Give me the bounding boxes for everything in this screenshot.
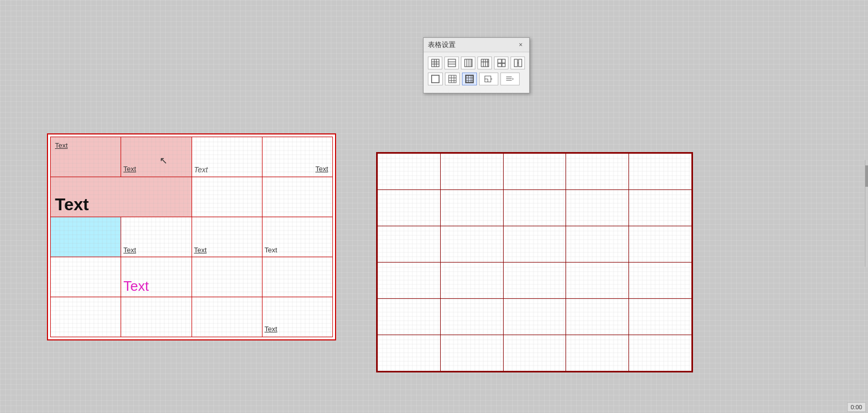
cell-text: Text bbox=[123, 278, 149, 294]
right-table bbox=[377, 153, 692, 371]
table-cell[interactable]: Text bbox=[192, 217, 262, 257]
svg-rect-5 bbox=[448, 59, 456, 67]
align-btn[interactable] bbox=[479, 73, 498, 85]
table-cell[interactable] bbox=[378, 299, 441, 335]
table-cell[interactable] bbox=[192, 177, 262, 217]
table-row bbox=[378, 226, 692, 263]
svg-rect-30 bbox=[466, 75, 473, 83]
dialog-title: 表格设置 bbox=[428, 40, 456, 50]
table-row: Text bbox=[51, 297, 333, 337]
table-cell[interactable] bbox=[503, 335, 566, 371]
svg-rect-0 bbox=[432, 59, 439, 67]
table-cell[interactable]: ↖ Text bbox=[121, 137, 192, 177]
svg-rect-17 bbox=[498, 59, 501, 63]
table-row: Text Text Text bbox=[51, 217, 333, 257]
table-cell[interactable]: Text bbox=[262, 297, 332, 337]
table-cell[interactable] bbox=[378, 335, 441, 371]
grid-style-btn-3[interactable] bbox=[461, 57, 475, 69]
cell-text: Text bbox=[194, 246, 207, 254]
cell-text: Text bbox=[194, 165, 208, 174]
table-cell[interactable] bbox=[629, 190, 692, 226]
table-cell[interactable] bbox=[440, 263, 503, 299]
svg-rect-18 bbox=[502, 59, 505, 63]
grid-style-btn-6[interactable] bbox=[511, 57, 525, 69]
grid-style-btn-1[interactable] bbox=[428, 57, 442, 69]
table-cell[interactable]: Text bbox=[121, 257, 192, 297]
cell-text: Text bbox=[55, 141, 68, 149]
dialog-close-button[interactable]: × bbox=[516, 41, 525, 49]
table-cell[interactable] bbox=[378, 154, 441, 190]
table-cell[interactable] bbox=[629, 226, 692, 263]
table-cell[interactable] bbox=[378, 226, 441, 263]
table-cell[interactable] bbox=[440, 226, 503, 263]
table-cell[interactable] bbox=[378, 190, 441, 226]
table-cell[interactable] bbox=[440, 299, 503, 335]
table-cell[interactable] bbox=[629, 263, 692, 299]
cell-text: Text bbox=[315, 165, 328, 173]
table-row: Text ↖ Text Text Text bbox=[51, 137, 333, 177]
table-cell-merged[interactable]: Text bbox=[51, 177, 192, 217]
table-cell[interactable] bbox=[192, 297, 262, 337]
grid-style-btn-2[interactable] bbox=[444, 57, 459, 69]
grid-style-btn-5[interactable] bbox=[494, 57, 508, 69]
dialog-row-1 bbox=[428, 57, 525, 69]
border-style-btn-1[interactable] bbox=[428, 73, 443, 85]
dialog-body bbox=[424, 52, 529, 93]
svg-rect-20 bbox=[502, 63, 505, 67]
table-cell[interactable] bbox=[440, 190, 503, 226]
border-style-btn-3[interactable] bbox=[462, 73, 477, 85]
table-cell[interactable] bbox=[566, 226, 629, 263]
table-row bbox=[378, 154, 692, 190]
table-cell[interactable] bbox=[566, 263, 629, 299]
cell-text: Text bbox=[55, 195, 89, 214]
table-cell[interactable] bbox=[503, 190, 566, 226]
table-cell[interactable] bbox=[503, 226, 566, 263]
table-cell[interactable] bbox=[262, 257, 332, 297]
table-row: Text bbox=[51, 177, 333, 217]
table-cell[interactable] bbox=[629, 335, 692, 371]
table-cell[interactable] bbox=[51, 297, 121, 337]
table-cell[interactable] bbox=[51, 217, 121, 257]
left-table: Text ↖ Text Text Text Text bbox=[50, 137, 333, 337]
table-cell[interactable] bbox=[121, 297, 192, 337]
border-style-btn-2[interactable] bbox=[445, 73, 460, 85]
table-cell[interactable] bbox=[629, 299, 692, 335]
table-cell[interactable]: Text bbox=[121, 217, 192, 257]
table-cell[interactable] bbox=[629, 154, 692, 190]
table-cell[interactable] bbox=[503, 263, 566, 299]
table-cell[interactable] bbox=[566, 299, 629, 335]
scrollbar[interactable] bbox=[865, 160, 868, 267]
table-cell[interactable] bbox=[566, 190, 629, 226]
svg-rect-22 bbox=[519, 59, 522, 67]
table-cell[interactable] bbox=[378, 263, 441, 299]
table-row bbox=[378, 299, 692, 335]
table-cell[interactable]: Text bbox=[262, 217, 332, 257]
table-cell[interactable] bbox=[566, 335, 629, 371]
table-cell[interactable] bbox=[440, 154, 503, 190]
cell-text: Text bbox=[265, 325, 277, 333]
svg-rect-21 bbox=[514, 59, 517, 67]
lines-btn[interactable] bbox=[500, 73, 520, 85]
left-table-container: Text ↖ Text Text Text Text bbox=[47, 133, 336, 340]
table-cell[interactable] bbox=[503, 154, 566, 190]
table-cell[interactable]: Text bbox=[51, 137, 121, 177]
scrollbar-thumb[interactable] bbox=[865, 165, 868, 187]
table-cell[interactable] bbox=[503, 299, 566, 335]
grid-style-btn-4[interactable] bbox=[477, 57, 492, 69]
table-cell[interactable] bbox=[262, 177, 332, 217]
table-cell[interactable]: Text bbox=[262, 137, 332, 177]
table-row bbox=[378, 335, 692, 371]
table-cell[interactable] bbox=[440, 335, 503, 371]
table-cell[interactable] bbox=[566, 154, 629, 190]
clock-display: 0:00 bbox=[847, 402, 866, 412]
dialog-titlebar: 表格设置 × bbox=[424, 38, 529, 52]
svg-rect-25 bbox=[449, 75, 456, 83]
cell-text: Text bbox=[123, 165, 136, 173]
table-cell[interactable]: Text bbox=[192, 137, 262, 177]
cell-text: Text bbox=[123, 246, 136, 254]
cell-text: Text bbox=[265, 246, 277, 254]
table-cell[interactable] bbox=[51, 257, 121, 297]
right-table-container bbox=[376, 152, 693, 372]
table-cell[interactable] bbox=[192, 257, 262, 297]
table-row bbox=[378, 263, 692, 299]
